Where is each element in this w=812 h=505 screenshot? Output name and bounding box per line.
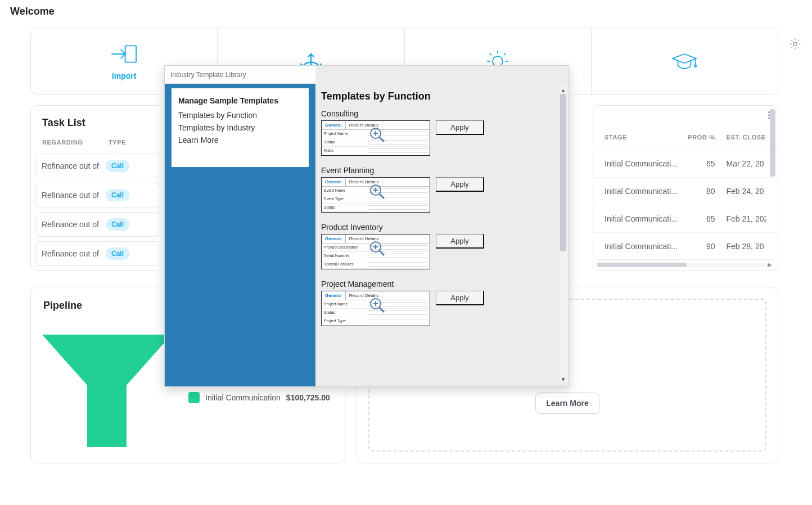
- page-title: Welcome: [7, 0, 805, 28]
- legend-label: Initial Communication: [205, 393, 281, 402]
- template-name: Consulting: [321, 109, 555, 118]
- pipeline-legend: Initial Communication $100,725.00: [188, 392, 330, 403]
- preview-tab: General: [322, 291, 346, 300]
- modal-vertical-scrollbar[interactable]: ▲ ▼: [558, 86, 567, 383]
- col-regarding: REGARDING: [42, 139, 109, 146]
- template-name: Product Inventory: [321, 223, 555, 232]
- cell-date: Mar 22, 20: [715, 159, 766, 168]
- zoom-icon: [369, 240, 386, 257]
- cell-stage: Initial Communicati...: [605, 187, 680, 196]
- preview-tab: General: [322, 235, 346, 243]
- template-name: Project Management: [321, 279, 555, 288]
- import-label: Import: [112, 71, 137, 80]
- cell-stage: Initial Communicati...: [605, 214, 680, 223]
- stage-row[interactable]: Initial Communicati... 65 Mar 22, 20: [593, 150, 778, 178]
- legend-value: $100,725.00: [286, 393, 330, 402]
- apply-button[interactable]: Apply: [436, 120, 484, 135]
- zoom-icon: [369, 183, 386, 200]
- preview-tab: General: [322, 121, 346, 129]
- stage-row[interactable]: Initial Communicati... 65 Feb 21, 202: [593, 205, 778, 233]
- cell-prob: 90: [680, 242, 715, 251]
- task-type-badge: Call: [106, 247, 129, 260]
- task-row[interactable]: Refinance out of Call: [35, 154, 160, 178]
- task-row[interactable]: Refinance out of Call: [35, 212, 160, 237]
- template-name: Event Planning: [321, 166, 555, 175]
- modal-main-heading: Templates by Function: [321, 91, 555, 102]
- zoom-icon: [369, 297, 386, 314]
- sidebar-item-learn-more[interactable]: Learn More: [178, 136, 302, 145]
- task-regarding: Refinance out of: [42, 161, 106, 170]
- stage-row[interactable]: Initial Communicati... 90 Feb 28, 20: [593, 233, 778, 260]
- sidebar-item-templates-industry[interactable]: Templates by Industry: [178, 123, 302, 132]
- scroll-right-button[interactable]: ▶: [765, 260, 774, 269]
- task-regarding: Refinance out of: [42, 249, 106, 258]
- col-stage: STAGE: [605, 134, 680, 141]
- svg-marker-4: [42, 335, 172, 447]
- task-row[interactable]: Refinance out of Call: [35, 241, 160, 266]
- cell-date: Feb 28, 20: [715, 242, 766, 251]
- vertical-scrollbar[interactable]: [770, 109, 775, 259]
- task-list-title: Task List: [31, 117, 165, 139]
- sidebar-heading: Manage Sample Templates: [178, 96, 302, 105]
- modal-main: ▲ ▼ Templates by Function Consulting Gen…: [315, 66, 569, 386]
- stage-row[interactable]: Initial Communicati... 80 Feb 24, 20: [593, 178, 778, 205]
- template-block: Consulting General Record Details Projec…: [321, 109, 555, 156]
- task-list-header: REGARDING TYPE: [31, 139, 165, 154]
- col-type: TYPE: [109, 139, 126, 146]
- zoom-icon: [369, 127, 386, 143]
- legend-swatch: [188, 392, 200, 403]
- gear-icon: [789, 38, 801, 50]
- cell-prob: 65: [680, 214, 715, 223]
- learn-action[interactable]: [591, 28, 778, 94]
- apply-button[interactable]: Apply: [436, 234, 484, 249]
- funnel-icon: [42, 335, 172, 447]
- task-list-panel: Task List REGARDING TYPE Refinance out o…: [30, 105, 165, 271]
- apply-button[interactable]: Apply: [436, 291, 484, 305]
- settings-gear-button[interactable]: [785, 28, 805, 50]
- graduation-cap-icon: [670, 49, 699, 73]
- template-block: Product Inventory General Record Details…: [321, 223, 555, 269]
- task-type-badge: Call: [106, 218, 129, 231]
- svg-rect-0: [125, 46, 136, 62]
- sidebar-item-templates-function[interactable]: Templates by Function: [178, 111, 302, 120]
- cell-date: Feb 24, 20: [715, 187, 766, 196]
- template-preview[interactable]: General Record Details Project Name Stat…: [321, 291, 430, 326]
- preview-tab: General: [322, 178, 346, 186]
- pipeline-title: Pipeline: [43, 300, 82, 312]
- template-preview[interactable]: General Record Details Product Descripti…: [321, 234, 430, 269]
- stage-header: STAGE PROB % EST. CLOSE DA: [593, 117, 778, 150]
- col-prob: PROB %: [680, 134, 715, 141]
- horizontal-scrollbar[interactable]: ▶: [597, 259, 774, 269]
- task-type-badge: Call: [106, 160, 129, 172]
- pipeline-chart: [42, 335, 172, 449]
- cell-prob: 80: [680, 187, 715, 196]
- modal-sidebar: Manage Sample Templates Templates by Fun…: [165, 66, 315, 386]
- scroll-up-button[interactable]: ▲: [559, 86, 567, 94]
- task-row[interactable]: Refinance out of Call: [35, 183, 160, 208]
- template-library-modal: Industry Template Library Manage Sample …: [164, 65, 569, 387]
- task-regarding: Refinance out of: [42, 191, 106, 200]
- cell-stage: Initial Communicati...: [605, 159, 680, 168]
- scroll-down-button[interactable]: ▼: [559, 375, 567, 383]
- template-preview[interactable]: General Record Details Event Name Event …: [321, 177, 430, 213]
- svg-point-2: [694, 65, 696, 67]
- cell-stage: Initial Communicati...: [605, 242, 680, 251]
- apply-button[interactable]: Apply: [436, 177, 484, 192]
- stage-panel: STAGE PROB % EST. CLOSE DA Initial Commu…: [593, 105, 778, 271]
- template-block: Project Management General Record Detail…: [321, 279, 555, 326]
- task-regarding: Refinance out of: [42, 220, 106, 229]
- svg-point-3: [793, 42, 797, 46]
- modal-sidebar-card: Manage Sample Templates Templates by Fun…: [172, 88, 309, 167]
- learn-more-button[interactable]: Learn More: [535, 393, 599, 414]
- task-type-badge: Call: [106, 189, 129, 201]
- modal-title: Industry Template Library: [170, 71, 246, 79]
- template-block: Event Planning General Record Details Ev…: [321, 166, 555, 213]
- col-date: EST. CLOSE DA: [715, 134, 766, 141]
- cell-date: Feb 21, 202: [715, 214, 766, 223]
- import-icon: [110, 42, 139, 66]
- template-preview[interactable]: General Record Details Project Name Stat…: [321, 120, 430, 156]
- cell-prob: 65: [680, 159, 715, 168]
